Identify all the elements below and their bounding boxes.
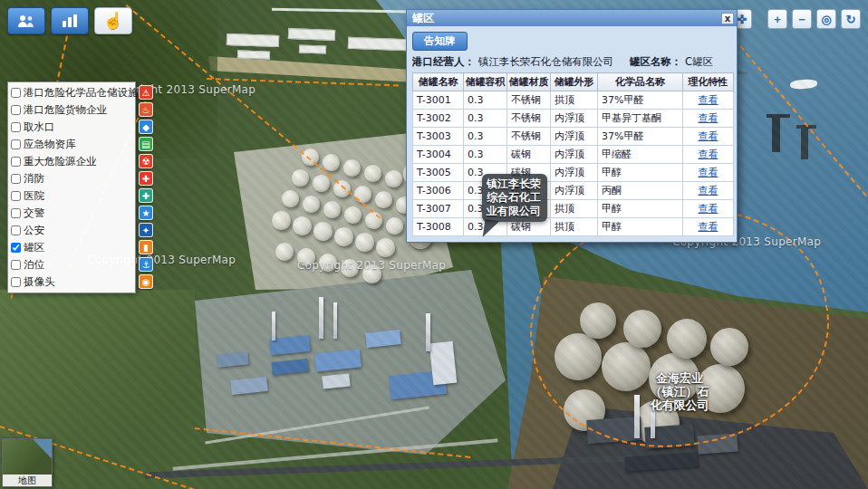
storage-tank[interactable] bbox=[303, 196, 320, 213]
chimney bbox=[426, 313, 430, 351]
refresh-button[interactable]: ↻ bbox=[841, 9, 861, 29]
layer-item-8[interactable]: 公安 bbox=[8, 222, 135, 239]
hand-pointer-icon: ☝ bbox=[103, 13, 123, 29]
layer-item-7[interactable]: 交警 bbox=[8, 205, 135, 222]
table-cell: T-3003 bbox=[413, 128, 464, 146]
storage-tank[interactable] bbox=[293, 216, 312, 235]
company-label[interactable]: 金海宏业（镇江）石化有限公司 bbox=[647, 371, 712, 412]
emergency-resources-button[interactable] bbox=[7, 7, 45, 34]
storage-tank[interactable] bbox=[364, 165, 381, 182]
layer-checkbox[interactable] bbox=[11, 139, 21, 149]
layer-label: 交警 bbox=[24, 206, 44, 220]
layer-item-9[interactable]: 罐区 bbox=[8, 239, 135, 256]
layer-item-4[interactable]: 重大危险源企业 bbox=[8, 153, 135, 170]
table-cell: 不锈钢 bbox=[507, 128, 551, 146]
view-link[interactable]: 查看 bbox=[699, 203, 719, 215]
storage-tank[interactable] bbox=[323, 154, 340, 171]
storage-tank[interactable] bbox=[272, 211, 291, 230]
layer-checkbox[interactable] bbox=[11, 243, 21, 253]
water-intake-icon: ◆ bbox=[139, 120, 153, 134]
table-cell: 甲醇 bbox=[598, 218, 683, 236]
crane bbox=[767, 114, 790, 118]
storage-tank[interactable] bbox=[343, 159, 361, 177]
layer-item-11[interactable]: 摄像头 bbox=[8, 273, 135, 291]
table-cell: T-3004 bbox=[413, 146, 464, 164]
storage-tank[interactable] bbox=[386, 217, 403, 235]
chemical-storage-icon: ⚠ bbox=[139, 85, 153, 100]
notice-board-button[interactable]: 告知牌 bbox=[412, 32, 468, 51]
storage-tank[interactable] bbox=[375, 191, 392, 208]
storage-tank[interactable] bbox=[385, 170, 402, 187]
touch-mode-button[interactable]: ☝ bbox=[94, 7, 132, 34]
company-callout[interactable]: 镇江李长荣综合石化工业有限公司 bbox=[482, 174, 547, 222]
close-button[interactable]: x bbox=[721, 13, 734, 24]
map-copyright: Copyright 2013 SuperMap bbox=[297, 259, 446, 272]
table-cell: T-3007 bbox=[413, 200, 464, 218]
full-extent-button[interactable]: ◎ bbox=[816, 9, 836, 29]
tank-area-dialog: 罐区 x 告知牌 港口经营人： 镇江李长荣石化仓储有限公司 罐区名称： C罐区 … bbox=[406, 9, 738, 243]
area-name-label: 罐区名称： bbox=[630, 55, 682, 68]
view-link[interactable]: 查看 bbox=[699, 185, 719, 197]
layer-item-3[interactable]: 应急物资库 bbox=[8, 136, 135, 153]
overview-map[interactable]: 地图 bbox=[2, 438, 53, 487]
view-link[interactable]: 查看 bbox=[699, 167, 719, 178]
layer-checkbox[interactable] bbox=[11, 174, 21, 184]
traffic-police-icon: ★ bbox=[139, 206, 153, 220]
table-cell: 拱顶 bbox=[551, 200, 598, 218]
layer-label: 罐区 bbox=[24, 241, 44, 254]
layer-item-1[interactable]: 港口危险货物企业 bbox=[8, 101, 135, 119]
layer-label: 重大危险源企业 bbox=[24, 155, 97, 168]
layer-checkbox[interactable] bbox=[11, 157, 21, 167]
table-cell: 37%甲醛 bbox=[598, 91, 683, 110]
storage-tank[interactable] bbox=[323, 201, 341, 218]
storage-tank[interactable] bbox=[275, 243, 294, 261]
dialog-body: 告知牌 港口经营人： 镇江李长荣石化仓储有限公司 罐区名称： C罐区 储罐名称储… bbox=[407, 26, 737, 242]
layer-item-2[interactable]: 取水口 bbox=[8, 119, 135, 136]
table-cell: T-3002 bbox=[413, 110, 464, 128]
layer-item-10[interactable]: 泊位 bbox=[8, 256, 135, 273]
storage-tank[interactable] bbox=[376, 238, 395, 257]
layer-item-0[interactable]: 港口危险化学品仓储设施 bbox=[8, 84, 135, 101]
view-link[interactable]: 查看 bbox=[699, 94, 719, 106]
storage-tank[interactable] bbox=[334, 227, 353, 246]
dock-building bbox=[348, 37, 408, 51]
supermap-3d-app: Copyright 2013 SuperMap Copyright 2013 S… bbox=[0, 0, 868, 489]
storage-tank[interactable] bbox=[282, 190, 299, 207]
dock-building bbox=[237, 50, 270, 59]
view-link[interactable]: 查看 bbox=[699, 221, 719, 233]
layer-checkbox[interactable] bbox=[11, 277, 21, 287]
statistics-button[interactable] bbox=[51, 7, 89, 34]
layer-label: 公安 bbox=[24, 224, 44, 237]
storage-tank[interactable] bbox=[292, 169, 309, 187]
layer-checkbox[interactable] bbox=[11, 260, 21, 270]
storage-tank[interactable] bbox=[355, 233, 374, 252]
overview-label: 地图 bbox=[3, 475, 52, 486]
storage-tank[interactable] bbox=[313, 222, 333, 241]
layer-item-6[interactable]: 医院 bbox=[8, 187, 135, 205]
operator-value: 镇江李长荣石化仓储有限公司 bbox=[478, 55, 614, 68]
view-link[interactable]: 查看 bbox=[699, 130, 719, 142]
table-cell: 拱顶 bbox=[551, 91, 598, 110]
layer-checkbox[interactable] bbox=[11, 122, 21, 132]
company-callout-text: 镇江李长荣综合石化工业有限公司 bbox=[487, 177, 541, 217]
layer-checkbox[interactable] bbox=[11, 225, 21, 235]
zoom-in-button[interactable]: + bbox=[767, 9, 787, 29]
layers-panel: 港口危险化学品仓储设施港口危险货物企业取水口应急物资库重大危险源企业消防医院交警… bbox=[7, 82, 155, 293]
table-row: T-30030.3不锈钢内浮顶37%甲醛查看 bbox=[413, 128, 734, 146]
overview-thumbnail bbox=[3, 439, 52, 475]
view-link[interactable]: 查看 bbox=[699, 149, 719, 160]
layers-icon-strip: ⚠♨◆▤☢✚✚★✦▮⚓◉ bbox=[137, 82, 155, 290]
layer-checkbox[interactable] bbox=[11, 105, 21, 115]
bar-chart-icon bbox=[62, 14, 78, 28]
storage-tank[interactable] bbox=[344, 206, 362, 224]
layer-checkbox[interactable] bbox=[11, 191, 21, 201]
zoom-out-icon: − bbox=[798, 13, 805, 26]
layer-checkbox[interactable] bbox=[11, 208, 21, 218]
layer-item-5[interactable]: 消防 bbox=[8, 170, 135, 187]
view-link[interactable]: 查看 bbox=[699, 112, 719, 124]
dialog-titlebar[interactable]: 罐区 x bbox=[407, 10, 737, 26]
storage-tank[interactable] bbox=[313, 175, 330, 192]
table-cell: T-3006 bbox=[413, 182, 464, 200]
layer-checkbox[interactable] bbox=[11, 88, 21, 98]
zoom-out-button[interactable]: − bbox=[792, 9, 812, 29]
